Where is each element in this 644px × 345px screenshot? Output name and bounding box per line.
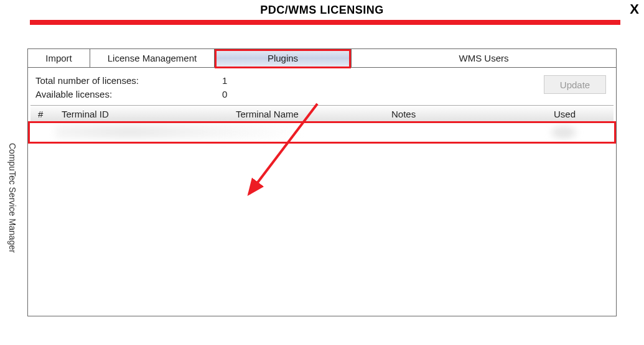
license-info: Total number of licenses: Available lice…: [28, 68, 616, 105]
column-header-terminal-name[interactable]: Terminal Name: [236, 109, 391, 119]
column-header-used[interactable]: Used: [516, 109, 614, 119]
tab-plugins-label: Plugins: [268, 53, 298, 63]
total-licenses-label: Total number of licenses:: [35, 74, 222, 88]
info-values: 1 0: [222, 74, 284, 101]
titlebar: PDC/WMS LICENSING X: [0, 0, 644, 20]
available-licenses-value: 0: [222, 88, 284, 101]
grid-header: # Terminal ID Terminal Name Notes Used: [30, 105, 614, 122]
tab-import[interactable]: Import: [28, 49, 90, 67]
tab-license-management[interactable]: License Management: [90, 49, 215, 67]
redacted-used: [551, 126, 576, 139]
column-header-index[interactable]: #: [30, 109, 62, 119]
licensing-window: PDC/WMS LICENSING X CompuTec Service Man…: [0, 0, 644, 345]
window-title: PDC/WMS LICENSING: [260, 4, 384, 17]
tab-row: Import License Management Plugins WMS Us…: [28, 49, 616, 68]
column-header-notes[interactable]: Notes: [391, 109, 516, 119]
table-row[interactable]: [30, 122, 614, 142]
close-icon[interactable]: X: [630, 1, 639, 17]
accent-bar: [30, 20, 620, 25]
tab-plugins[interactable]: Plugins: [215, 49, 352, 67]
content-panel: Import License Management Plugins WMS Us…: [27, 48, 617, 316]
total-licenses-value: 1: [222, 74, 284, 88]
update-button[interactable]: Update: [544, 75, 606, 94]
column-header-terminal-id[interactable]: Terminal ID: [62, 109, 236, 119]
info-labels: Total number of licenses: Available lice…: [35, 74, 222, 101]
redacted-content: [55, 125, 304, 139]
grid-body: [30, 122, 614, 142]
tab-wms-users[interactable]: WMS Users: [352, 49, 616, 67]
available-licenses-label: Available licenses:: [35, 88, 222, 101]
outer-frame: CompuTec Service Manager Import License …: [4, 25, 640, 340]
sidebar-label: CompuTec Service Manager: [7, 143, 17, 253]
